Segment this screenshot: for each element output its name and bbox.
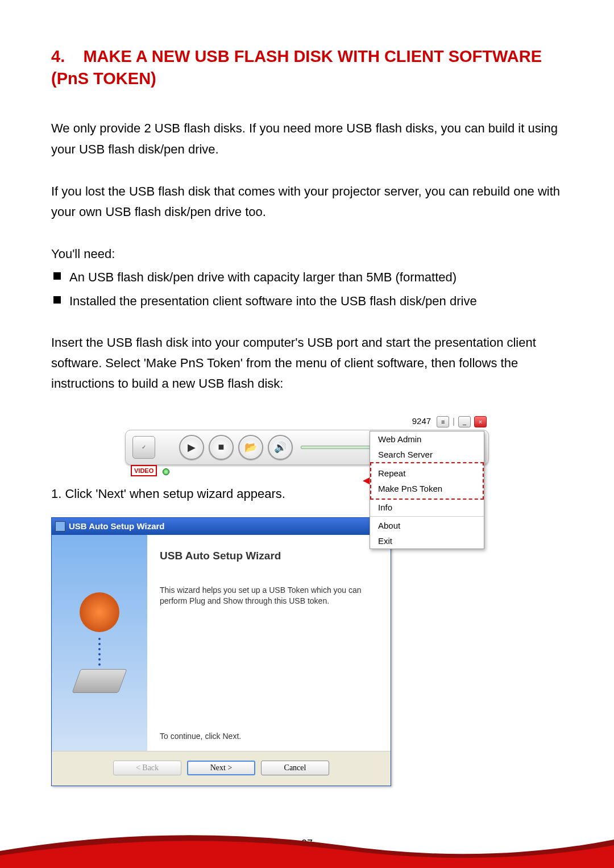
next-button[interactable]: Next >: [187, 761, 255, 775]
paragraph-1: We only provide 2 USB flash disks. If yo…: [51, 118, 563, 160]
status-dot-icon: [163, 468, 169, 475]
bullet-item: An USB flash disk/pen drive with capacit…: [53, 268, 563, 287]
menu-icon[interactable]: ≡: [437, 416, 449, 427]
wizard-continue-text: To continue, click Next.: [160, 732, 378, 741]
wizard-titlebar: USB Auto Setup Wizard ×: [52, 518, 391, 535]
context-menu: Web Admin Search Server Repeat Make PnS …: [370, 431, 484, 549]
menu-item-search-server[interactable]: Search Server: [370, 447, 484, 462]
close-icon[interactable]: ×: [474, 416, 487, 427]
step-1: 1. Click 'Next' when setup wizard appear…: [51, 487, 563, 501]
bullet-list: An USB flash disk/pen drive with capacit…: [51, 268, 563, 311]
wizard-description: This wizard helps you set up a USB Token…: [160, 585, 378, 607]
setup-wizard-dialog: USB Auto Setup Wizard × USB Auto Setup W…: [51, 517, 391, 786]
menu-item-info[interactable]: Info: [370, 500, 484, 515]
minimize-icon[interactable]: _: [458, 416, 471, 427]
wizard-side-graphic: [52, 535, 147, 751]
wizard-heading: USB Auto Setup Wizard: [160, 550, 378, 562]
footer-ribbon: [0, 817, 614, 868]
session-code: 9247: [410, 416, 433, 427]
open-button[interactable]: 📂: [238, 435, 263, 460]
back-button: < Back: [113, 761, 181, 775]
paragraph-3: Insert the USB flash disk into your comp…: [51, 333, 563, 394]
cancel-button[interactable]: Cancel: [261, 761, 329, 775]
need-label: You'll need:: [51, 244, 563, 264]
stop-button[interactable]: ■: [209, 435, 234, 460]
menu-item-web-admin[interactable]: Web Admin: [370, 431, 484, 447]
highlighted-menu-group: Repeat Make PnS Token: [370, 462, 484, 500]
menu-item-exit[interactable]: Exit: [370, 533, 484, 549]
wizard-app-icon: [55, 521, 65, 531]
menu-item-about[interactable]: About: [370, 518, 484, 533]
client-software-screenshot: 9247 ≡ | _ × ✓ ▶ ■ 📂 🔊 VIDEO Web A: [125, 416, 489, 475]
paragraph-2: If you lost the USB flash disk that come…: [51, 181, 563, 223]
menu-separator: [370, 516, 484, 517]
section-heading: 4. MAKE A NEW USB FLASH DISK WITH CLIENT…: [51, 45, 563, 90]
dots-icon: [98, 638, 101, 666]
volume-button[interactable]: 🔊: [268, 435, 293, 460]
bullet-item: Installed the presentation client softwa…: [53, 292, 563, 311]
usb-drive-icon: [72, 669, 127, 693]
play-button[interactable]: ▶: [179, 435, 204, 460]
bullet-text: An USB flash disk/pen drive with capacit…: [69, 268, 457, 287]
bullet-text: Installed the presentation client softwa…: [69, 292, 477, 311]
menu-item-repeat[interactable]: Repeat: [378, 466, 476, 481]
menu-item-make-token[interactable]: Make PnS Token: [378, 481, 476, 496]
wizard-title-text: USB Auto Setup Wizard: [69, 521, 164, 531]
gear-icon: [80, 592, 119, 632]
heading-number: 4.: [51, 47, 65, 65]
bullet-square-icon: [53, 296, 61, 304]
bullet-square-icon: [53, 272, 61, 280]
video-label: VIDEO: [131, 465, 157, 476]
heading-title: MAKE A NEW USB FLASH DISK WITH CLIENT SO…: [51, 47, 542, 88]
thumbnail-icon: ✓: [132, 436, 155, 459]
wizard-button-row: < Back Next > Cancel: [52, 751, 391, 786]
